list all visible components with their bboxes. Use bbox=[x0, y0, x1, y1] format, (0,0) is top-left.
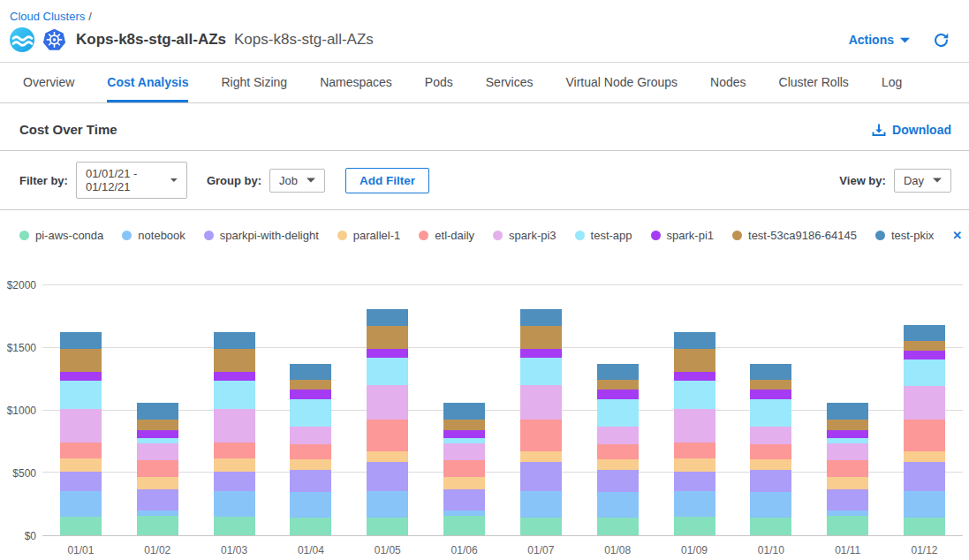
bar-segment-pi-aws-conda[interactable] bbox=[520, 518, 562, 535]
bar-segment-etl-daily[interactable] bbox=[520, 420, 562, 451]
bar-segment-spark-pi3[interactable] bbox=[290, 427, 331, 444]
bar-segment-pi-aws-conda[interactable] bbox=[443, 516, 485, 535]
bar-segment-pi-aws-conda[interactable] bbox=[904, 518, 945, 535]
bar-segment-parallel-1[interactable] bbox=[827, 477, 868, 489]
bar-segment-test-pkix[interactable] bbox=[674, 332, 715, 349]
bar-segment-parallel-1[interactable] bbox=[443, 477, 485, 489]
bar-segment-test-app[interactable] bbox=[750, 399, 791, 427]
bar-segment-spark-pi1[interactable] bbox=[60, 372, 102, 381]
bar-segment-sparkpi-with-delight[interactable] bbox=[750, 470, 791, 492]
bar-segment-test-53ca9186-64145[interactable] bbox=[827, 420, 868, 430]
bar-segment-etl-daily[interactable] bbox=[674, 443, 715, 458]
bar-segment-pi-aws-conda[interactable] bbox=[750, 518, 791, 535]
bar-segment-sparkpi-with-delight[interactable] bbox=[137, 489, 178, 510]
bar-segment-test-53ca9186-64145[interactable] bbox=[750, 380, 791, 390]
bar-segment-test-app[interactable] bbox=[520, 358, 562, 385]
legend-item-spark-pi3[interactable]: spark-pi3 bbox=[493, 229, 556, 242]
legend-item-spark-pi1[interactable]: spark-pi1 bbox=[651, 229, 714, 242]
bar-segment-test-53ca9186-64145[interactable] bbox=[674, 349, 715, 372]
bar-segment-sparkpi-with-delight[interactable] bbox=[904, 462, 945, 491]
bar-segment-spark-pi3[interactable] bbox=[520, 385, 562, 420]
bar-segment-test-app[interactable] bbox=[367, 358, 408, 385]
bar-segment-spark-pi1[interactable] bbox=[827, 430, 868, 438]
bar-segment-etl-daily[interactable] bbox=[290, 444, 331, 459]
bar-segment-pi-aws-conda[interactable] bbox=[60, 517, 102, 535]
tab-services[interactable]: Services bbox=[486, 63, 534, 102]
bar-segment-test-53ca9186-64145[interactable] bbox=[904, 341, 945, 351]
bar-segment-notebook[interactable] bbox=[367, 491, 408, 518]
bar-segment-notebook[interactable] bbox=[520, 491, 562, 518]
bar-segment-test-53ca9186-64145[interactable] bbox=[520, 326, 562, 349]
bar-segment-test-pkix[interactable] bbox=[137, 403, 178, 420]
bar-segment-test-app[interactable] bbox=[214, 381, 255, 409]
legend-item-etl-daily[interactable]: etl-daily bbox=[419, 229, 474, 242]
bar-segment-pi-aws-conda[interactable] bbox=[367, 518, 408, 535]
bar-segment-spark-pi1[interactable] bbox=[290, 390, 331, 399]
breadcrumb-link-cloud-clusters[interactable]: Cloud Clusters bbox=[10, 10, 85, 23]
bar-segment-spark-pi1[interactable] bbox=[520, 349, 562, 358]
legend-item-test-pkix[interactable]: test-pkix bbox=[875, 229, 934, 242]
bar-segment-test-53ca9186-64145[interactable] bbox=[367, 326, 408, 349]
bar-segment-sparkpi-with-delight[interactable] bbox=[214, 472, 255, 492]
bar-segment-test-53ca9186-64145[interactable] bbox=[137, 420, 178, 430]
bar-segment-test-53ca9186-64145[interactable] bbox=[290, 380, 331, 390]
bar-segment-test-pkix[interactable] bbox=[214, 332, 255, 349]
legend-item-test-53ca9186-64145[interactable]: test-53ca9186-64145 bbox=[732, 229, 857, 242]
bar-segment-parallel-1[interactable] bbox=[290, 459, 331, 470]
bar-segment-notebook[interactable] bbox=[750, 492, 791, 518]
date-range-dropdown[interactable]: 01/01/21 - 01/12/21 bbox=[76, 162, 187, 199]
bar-segment-test-pkix[interactable] bbox=[60, 332, 102, 349]
bar-segment-test-pkix[interactable] bbox=[597, 364, 639, 380]
bar-segment-parallel-1[interactable] bbox=[214, 458, 255, 472]
bar-segment-spark-pi3[interactable] bbox=[904, 386, 945, 420]
bar-segment-etl-daily[interactable] bbox=[750, 444, 791, 459]
bar-segment-pi-aws-conda[interactable] bbox=[214, 517, 255, 535]
bar-segment-etl-daily[interactable] bbox=[214, 443, 255, 458]
bar-segment-pi-aws-conda[interactable] bbox=[290, 518, 331, 535]
bar-segment-parallel-1[interactable] bbox=[520, 451, 562, 461]
bar-segment-spark-pi1[interactable] bbox=[367, 349, 408, 358]
bar-segment-sparkpi-with-delight[interactable] bbox=[290, 470, 331, 492]
bar-segment-parallel-1[interactable] bbox=[750, 459, 791, 470]
bar-segment-parallel-1[interactable] bbox=[60, 458, 102, 472]
bar-segment-test-app[interactable] bbox=[290, 399, 331, 427]
legend-item-notebook[interactable]: notebook bbox=[122, 229, 185, 242]
bar-segment-test-app[interactable] bbox=[597, 399, 639, 427]
legend-item-sparkpi-with-delight[interactable]: sparkpi-with-delight bbox=[204, 229, 319, 242]
bar-segment-notebook[interactable] bbox=[60, 491, 102, 517]
bar-segment-parallel-1[interactable] bbox=[597, 459, 639, 470]
bar-segment-spark-pi1[interactable] bbox=[137, 430, 178, 438]
bar-segment-test-app[interactable] bbox=[674, 381, 715, 409]
bar-segment-test-53ca9186-64145[interactable] bbox=[597, 380, 639, 390]
bar-segment-test-pkix[interactable] bbox=[290, 364, 331, 380]
bar-segment-sparkpi-with-delight[interactable] bbox=[520, 462, 562, 491]
bar-segment-spark-pi1[interactable] bbox=[904, 351, 945, 359]
refresh-button[interactable] bbox=[933, 32, 950, 49]
bar-segment-spark-pi3[interactable] bbox=[367, 385, 408, 420]
legend-item-test-app[interactable]: test-app bbox=[575, 229, 632, 242]
bar-segment-pi-aws-conda[interactable] bbox=[597, 518, 639, 535]
bar-segment-pi-aws-conda[interactable] bbox=[137, 516, 178, 535]
bar-segment-test-app[interactable] bbox=[60, 381, 102, 409]
bar-segment-etl-daily[interactable] bbox=[137, 460, 178, 477]
tab-nodes[interactable]: Nodes bbox=[710, 63, 746, 102]
tab-namespaces[interactable]: Namespaces bbox=[320, 63, 392, 102]
bar-segment-etl-daily[interactable] bbox=[60, 443, 102, 458]
bar-segment-spark-pi1[interactable] bbox=[214, 372, 255, 381]
download-button[interactable]: Download bbox=[872, 123, 951, 137]
bar-segment-sparkpi-with-delight[interactable] bbox=[60, 472, 102, 492]
bar-segment-notebook[interactable] bbox=[904, 491, 945, 518]
bar-segment-pi-aws-conda[interactable] bbox=[827, 516, 868, 535]
view-by-dropdown[interactable]: Day bbox=[894, 169, 951, 193]
bar-segment-test-pkix[interactable] bbox=[520, 309, 562, 326]
bar-segment-test-53ca9186-64145[interactable] bbox=[214, 349, 255, 372]
deselect-all-button[interactable]: ✕ Deselect All bbox=[952, 222, 969, 248]
bar-segment-sparkpi-with-delight[interactable] bbox=[367, 462, 408, 491]
bar-segment-etl-daily[interactable] bbox=[827, 460, 868, 477]
bar-segment-sparkpi-with-delight[interactable] bbox=[674, 472, 715, 492]
group-by-dropdown[interactable]: Job bbox=[269, 169, 325, 193]
actions-button[interactable]: Actions bbox=[849, 33, 910, 47]
bar-segment-spark-pi1[interactable] bbox=[443, 430, 485, 438]
tab-overview[interactable]: Overview bbox=[23, 63, 74, 102]
bar-segment-spark-pi1[interactable] bbox=[597, 390, 639, 399]
